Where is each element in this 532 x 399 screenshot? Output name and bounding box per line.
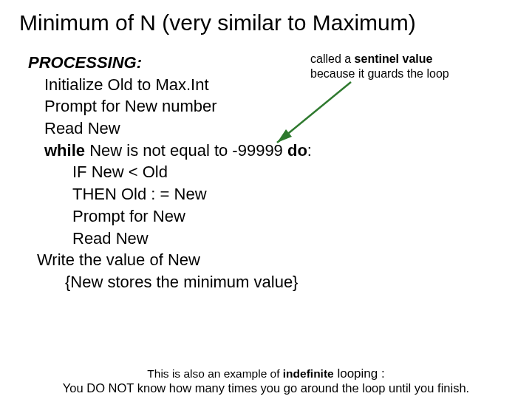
sentinel-callout: called a sentinel value because it guard… [310,52,449,81]
footer-line1: This is also an example of indefinite lo… [0,366,532,382]
line-prompt2: Prompt for New [28,205,532,228]
processing-heading: PROCESSING: [28,52,532,74]
line-prompt: Prompt for New number [28,95,532,117]
footer-line2: You DO NOT know how many times you go ar… [0,381,532,396]
line-then: THEN Old : = New [28,183,532,205]
line-if: IF New < Old [28,161,532,183]
line-read2: Read New [28,228,532,250]
line-while: while New is not equal to -99999 do: [28,140,532,162]
slide-title: Minimum of N (very similar to Maximum) [0,0,532,35]
line-comment: {New stores the minimum value} [28,271,532,293]
content-area: PROCESSING: Initialize Old to Max.Int Pr… [0,35,532,293]
line-write: Write the value of New [28,249,532,271]
line-read: Read New [28,117,532,140]
line-initialize: Initialize Old to Max.Int [28,74,532,96]
